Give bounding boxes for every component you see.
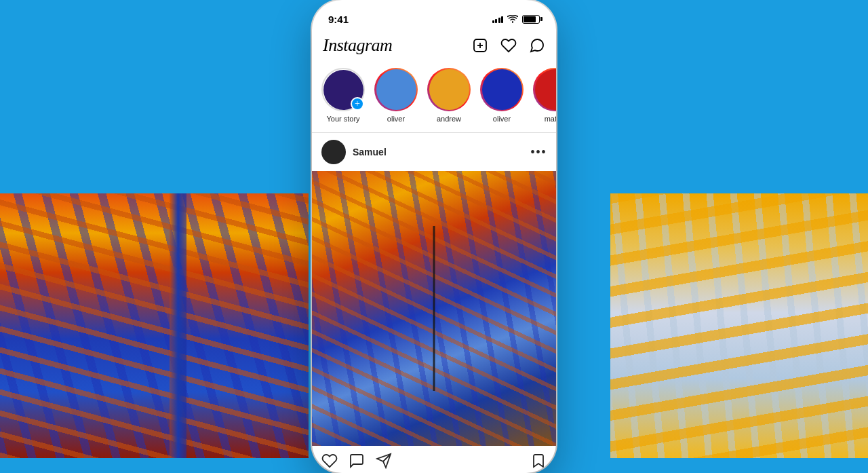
oliver1-avatar-wrapper xyxy=(374,68,418,111)
oliver2-avatar-wrapper xyxy=(480,68,524,111)
status-icons xyxy=(492,15,540,24)
andrew-ring xyxy=(427,68,471,111)
oliver2-avatar xyxy=(482,69,522,110)
bookmark-button[interactable] xyxy=(530,453,547,469)
post-user-avatar xyxy=(321,140,346,164)
instagram-logo: Instagram xyxy=(323,35,392,56)
signal-bar-3 xyxy=(498,18,500,23)
add-post-button[interactable] xyxy=(472,37,488,54)
like-button[interactable] xyxy=(321,453,338,469)
andrew-avatar xyxy=(429,69,469,110)
art-panel-right xyxy=(610,193,868,458)
battery-fill xyxy=(524,16,536,22)
post-more-button[interactable]: ••• xyxy=(530,145,547,160)
post-image xyxy=(312,171,556,446)
oliver1-ring xyxy=(374,68,418,111)
post-username[interactable]: Samuel xyxy=(353,147,530,157)
add-story-badge: + xyxy=(351,97,364,111)
stories-row: + Your story oliver xyxy=(312,62,556,132)
story-andrew[interactable]: andrew xyxy=(427,68,471,123)
post-actions xyxy=(312,446,556,473)
status-time: 9:41 xyxy=(328,14,349,25)
phone-wrapper: 9:41 Instagram xyxy=(312,0,556,473)
story-your-story[interactable]: + Your story xyxy=(321,68,365,123)
andrew-avatar-wrapper xyxy=(427,68,471,111)
post-header: Samuel ••• xyxy=(312,133,556,171)
mateo-avatar-wrapper xyxy=(533,68,556,111)
phone-frame: 9:41 Instagram xyxy=(312,0,556,473)
oliver2-ring xyxy=(480,68,524,111)
story-oliver1[interactable]: oliver xyxy=(374,68,418,123)
signal-bar-1 xyxy=(492,20,494,23)
andrew-label: andrew xyxy=(437,115,461,123)
story-oliver2[interactable]: oliver xyxy=(480,68,524,123)
ig-header: Instagram xyxy=(312,30,556,62)
mateo-avatar xyxy=(535,69,557,110)
oliver1-avatar xyxy=(376,69,416,110)
mateo-label: mateo xyxy=(545,115,556,123)
comment-button[interactable] xyxy=(349,453,365,469)
oliver2-label: oliver xyxy=(493,115,511,123)
mateo-ring xyxy=(533,68,556,111)
signal-bar-4 xyxy=(501,16,503,23)
messages-button[interactable] xyxy=(529,37,545,54)
oliver1-label: oliver xyxy=(387,115,405,123)
art-panel-left xyxy=(0,193,309,458)
share-button[interactable] xyxy=(376,453,392,469)
phone-notch xyxy=(390,0,478,19)
signal-bars-icon xyxy=(492,15,504,23)
wifi-icon xyxy=(507,15,518,23)
your-story-avatar-wrapper: + xyxy=(321,68,365,111)
battery-icon xyxy=(522,15,540,24)
ig-actions xyxy=(472,37,545,54)
your-story-label: Your story xyxy=(326,115,359,123)
notifications-button[interactable] xyxy=(500,37,517,54)
signal-bar-2 xyxy=(495,19,497,23)
story-mateo[interactable]: mateo xyxy=(533,68,556,123)
